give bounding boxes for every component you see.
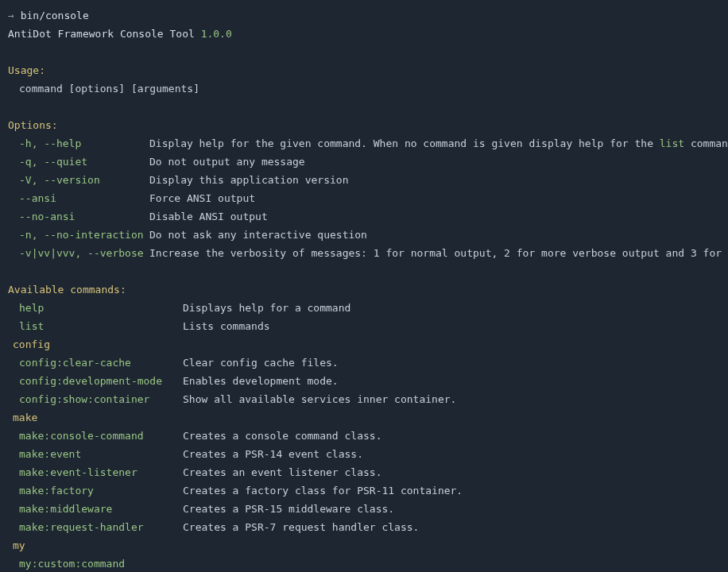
command-row: make:eventCreates a PSR-14 event class. [8,445,720,463]
option-flag: --ansi [19,189,149,207]
blank-line [8,98,720,116]
blank-line [8,43,720,61]
app-title-text: AntiDot Framework Console Tool [8,28,201,40]
command-name: config:show:container [19,390,183,408]
option-desc-text: Display help for the given command. When… [149,137,660,149]
option-flag: --no-ansi [19,207,149,226]
command-row: make:factoryCreates a factory class for … [8,481,720,500]
usage-heading: Usage: [8,61,720,79]
command-description: Creates a factory class for PSR-11 conta… [183,481,463,500]
option-desc-text: Force ANSI output [149,192,255,204]
command-description: Creates a console command class. [183,427,381,445]
command-name: config:clear-cache [19,354,183,372]
command-name: make:middleware [19,500,183,518]
command-description: Creates a PSR-15 middleware class. [183,500,394,518]
option-row: -v|vv|vvv, --verboseIncrease the verbosi… [8,244,720,262]
option-row: -q, --quietDo not output any message [8,153,720,171]
option-desc-text: command [684,137,728,149]
option-row: --ansiForce ANSI output [8,189,720,207]
command-name: make:console-command [19,427,183,445]
option-row: -h, --helpDisplay help for the given com… [8,134,720,153]
command-row: make:request-handlerCreates a PSR-7 requ… [8,518,720,536]
option-description: Do not output any message [149,153,305,171]
command-row: make:middlewareCreates a PSR-15 middlewa… [8,500,720,518]
option-description: Increase the verbosity of messages: 1 fo… [149,244,728,262]
command-name: make:event [19,445,183,463]
command-name: make:factory [19,481,183,500]
command-description: Creates a PSR-7 request handler class. [183,518,419,536]
option-desc-text: Increase the verbosity of messages: 1 fo… [149,247,728,259]
command-name: make:event-listener [19,463,183,481]
option-flag: -q, --quiet [19,153,149,171]
command-description: Lists commands [183,317,270,335]
options-list: -h, --helpDisplay help for the given com… [8,134,720,262]
command-name: my:custom:command [19,555,183,572]
option-flag: -h, --help [19,134,149,153]
prompt-command: bin/console [21,10,89,21]
option-flag: -V, --version [19,171,149,189]
command-row: make:console-commandCreates a console co… [8,427,720,445]
options-heading: Options: [8,116,720,134]
command-name: list [19,317,183,335]
command-group-label: make [8,408,720,427]
command-name: help [19,299,183,317]
command-row: my:custom:command [8,555,720,572]
prompt-symbol: → [8,10,14,21]
option-flag: -n, --no-interaction [19,226,149,244]
command-row: make:event-listenerCreates an event list… [8,463,720,481]
command-name: config:development-mode [19,372,183,390]
option-description: Disable ANSI output [149,207,268,226]
option-desc-text: Disable ANSI output [149,211,268,222]
command-name: make:request-handler [19,518,183,536]
command-group-label: my [8,536,720,555]
command-row: listLists commands [8,317,720,335]
option-description: Display help for the given command. When… [149,134,728,153]
option-row: -n, --no-interactionDo not ask any inter… [8,226,720,244]
command-description: Show all available services inner contai… [183,390,456,408]
command-row: helpDisplays help for a command [8,299,720,317]
command-description: Enables development mode. [183,372,339,390]
option-row: -V, --versionDisplay this application ve… [8,171,720,189]
available-heading: Available commands: [8,280,720,299]
command-row: config:clear-cacheClear config cache fil… [8,354,720,372]
command-row: config:development-modeEnables developme… [8,372,720,390]
available-list: helpDisplays help for a commandlistLists… [8,299,720,572]
usage-line: command [options] [arguments] [8,79,720,98]
option-description: Display this application version [149,171,348,189]
option-desc-text: Display this application version [149,174,348,186]
command-description: Displays help for a command [183,299,350,317]
app-version: 1.0.0 [201,28,232,40]
option-description: Force ANSI output [149,189,255,207]
option-row: --no-ansiDisable ANSI output [8,207,720,226]
command-description: Creates a PSR-14 event class. [183,445,363,463]
prompt-line: → bin/console [8,6,720,25]
blank-line [8,262,720,280]
option-desc-text: Do not output any message [149,156,305,168]
command-group-label: config [8,335,720,354]
command-row: config:show:containerShow all available … [8,390,720,408]
option-flag: -v|vv|vvv, --verbose [19,244,149,262]
command-description: Creates an event listener class. [183,463,381,481]
option-desc-highlight: list [660,137,684,149]
command-description: Clear config cache files. [183,354,339,372]
option-description: Do not ask any interactive question [149,226,367,244]
app-title: AntiDot Framework Console Tool 1.0.0 [8,25,720,43]
option-desc-text: Do not ask any interactive question [149,229,367,241]
